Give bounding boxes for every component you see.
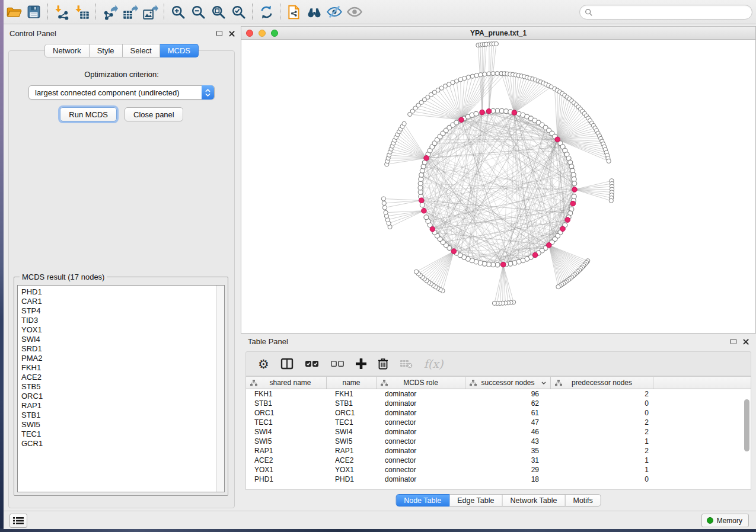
search-input[interactable]: [593, 7, 752, 18]
mcds-result-title: MCDS result (17 nodes): [20, 273, 107, 281]
float-panel-icon[interactable]: [731, 339, 736, 344]
maximize-window-icon[interactable]: [271, 30, 278, 37]
column-header-shared-name[interactable]: shared name: [246, 377, 327, 389]
close-window-icon[interactable]: [246, 30, 253, 37]
column-header-successor-nodes[interactable]: successor nodes: [465, 377, 551, 389]
list-item[interactable]: GCR1: [21, 439, 224, 448]
table-row[interactable]: RAP1 RAP1 dominator 35 2: [246, 446, 751, 456]
list-item[interactable]: YOX1: [21, 325, 224, 335]
list-item[interactable]: SRD1: [21, 344, 224, 354]
toolbar-separator: [95, 4, 96, 20]
minimize-window-icon[interactable]: [259, 30, 266, 37]
select-all-columns-icon[interactable]: [305, 360, 319, 367]
column-header-mcds-role[interactable]: MCDS role: [377, 377, 465, 389]
list-item[interactable]: TEC1: [21, 430, 224, 439]
table-row[interactable]: SWI4 SWI4 dominator 46 2: [246, 427, 751, 437]
network-graph[interactable]: [241, 40, 755, 333]
create-column-plus-icon[interactable]: [356, 358, 366, 369]
list-item[interactable]: PHD1: [21, 287, 224, 297]
close-panel-icon[interactable]: [742, 338, 749, 345]
status-bar: Memory: [4, 511, 756, 529]
list-item[interactable]: ACE2: [21, 373, 224, 382]
list-item[interactable]: FKH1: [21, 363, 224, 373]
table-settings-gear-icon[interactable]: ⚙: [258, 358, 269, 370]
tab-edge-table[interactable]: Edge Table: [449, 494, 502, 507]
network-titlebar[interactable]: YPA_prune.txt_1: [241, 27, 755, 40]
table-row[interactable]: TEC1 TEC1 connector 47 2: [246, 418, 751, 427]
mcds-result-list[interactable]: PHD1 CAR1 STP4 TID3 YOX1 SWI4 SRD1 PMA2 …: [17, 285, 225, 492]
export-image-icon[interactable]: [140, 2, 160, 22]
open-folder-icon[interactable]: [4, 2, 24, 22]
table-row[interactable]: FKH1 FKH1 dominator 96 2: [246, 389, 751, 399]
attribute-tree-icon: [250, 380, 257, 386]
list-item[interactable]: SWI4: [21, 335, 224, 344]
table-row[interactable]: SWI5 SWI5 connector 43 1: [246, 437, 751, 446]
zoom-out-icon[interactable]: [188, 2, 208, 22]
list-item[interactable]: TID3: [21, 316, 224, 325]
criterion-selected-value: largest connected component (undirected): [35, 88, 180, 97]
tab-style[interactable]: Style: [90, 44, 123, 57]
show-columns-icon[interactable]: [280, 358, 294, 370]
scrollbar-thumb[interactable]: [744, 399, 749, 451]
tab-network-table[interactable]: Network Table: [503, 494, 566, 507]
node-table: shared name name MCDS role successor nod…: [245, 376, 751, 490]
column-header-predecessor-nodes[interactable]: predecessor nodes: [551, 377, 653, 389]
delete-column-trash-icon[interactable]: [378, 358, 388, 370]
import-network-icon[interactable]: [52, 2, 72, 22]
optimization-criterion-label: Optimization criterion:: [9, 70, 234, 79]
tab-network[interactable]: Network: [44, 44, 90, 57]
import-table-icon[interactable]: [72, 2, 92, 22]
table-row[interactable]: PHD1 PHD1 dominator 18 0: [246, 475, 751, 484]
tab-node-table[interactable]: Node Table: [395, 494, 449, 507]
table-row[interactable]: ACE2 ACE2 connector 31 1: [246, 456, 751, 465]
dropdown-stepper-icon[interactable]: [202, 85, 214, 100]
show-all-eye-icon[interactable]: [344, 2, 365, 22]
tab-mcds[interactable]: MCDS: [160, 44, 199, 57]
table-panel-title: Table Panel: [248, 337, 288, 346]
unselect-all-columns-icon[interactable]: [330, 360, 344, 367]
attribute-tree-icon: [381, 380, 388, 386]
mcds-tab-content: Network Style Select MCDS Optimization c…: [8, 50, 235, 508]
float-panel-icon[interactable]: [216, 31, 222, 36]
criterion-dropdown[interactable]: largest connected component (undirected): [28, 85, 215, 100]
list-item[interactable]: STP4: [21, 306, 224, 316]
zoom-in-icon[interactable]: [168, 2, 188, 22]
network-canvas[interactable]: [241, 40, 755, 333]
table-scrollbar[interactable]: [744, 395, 750, 489]
close-panel-button[interactable]: Close panel: [125, 107, 183, 121]
hide-selected-eye-icon[interactable]: [324, 2, 344, 22]
close-panel-icon[interactable]: [228, 30, 235, 37]
run-mcds-button[interactable]: Run MCDS: [60, 107, 117, 121]
list-item[interactable]: SWI5: [21, 420, 224, 430]
list-item[interactable]: CAR1: [21, 297, 224, 306]
tab-select[interactable]: Select: [123, 44, 160, 57]
memory-button[interactable]: Memory: [701, 514, 749, 527]
task-history-button[interactable]: [9, 514, 27, 528]
refresh-layout-icon[interactable]: [256, 2, 276, 22]
list-item[interactable]: RAP1: [21, 401, 224, 411]
save-icon[interactable]: [24, 2, 44, 22]
list-item[interactable]: PMA2: [21, 354, 224, 363]
list-item[interactable]: STB1: [21, 411, 224, 420]
zoom-fit-icon[interactable]: [208, 2, 228, 22]
tab-motifs[interactable]: Motifs: [565, 494, 601, 507]
column-header-filler: [653, 377, 751, 389]
toolbar-separator: [164, 4, 164, 20]
export-network-icon[interactable]: [100, 2, 120, 22]
list-item[interactable]: ORC1: [21, 392, 224, 401]
function-builder-icon: f(x): [424, 357, 444, 370]
search-network-icon[interactable]: [304, 2, 324, 22]
table-row[interactable]: STB1 STB1 dominator 62 0: [246, 399, 751, 408]
table-toolbar: ⚙ f(x): [245, 351, 751, 376]
zoom-selected-icon[interactable]: [228, 2, 248, 22]
table-row[interactable]: ORC1 ORC1 dominator 61 0: [246, 408, 751, 418]
table-row[interactable]: YOX1 YOX1 connector 29 1: [246, 465, 751, 475]
search-icon: [585, 8, 593, 17]
control-panel-title: Control Panel: [9, 29, 56, 38]
export-table-icon[interactable]: [120, 2, 140, 22]
toolbar-separator: [252, 4, 253, 20]
column-header-name[interactable]: name: [327, 377, 377, 389]
list-scrollbar[interactable]: [216, 286, 224, 492]
list-item[interactable]: STB5: [21, 382, 224, 392]
share-document-icon[interactable]: [284, 2, 304, 22]
